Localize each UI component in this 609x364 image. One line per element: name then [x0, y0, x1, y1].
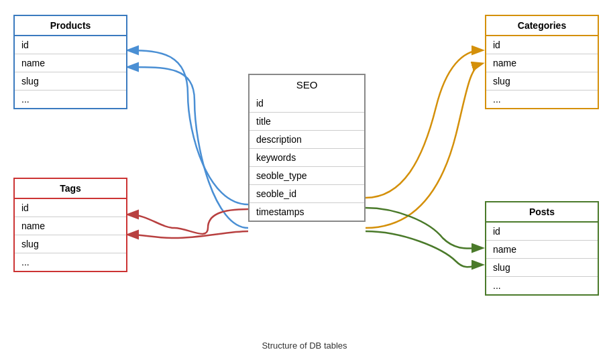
table-row: title	[250, 113, 364, 131]
table-row: slug	[15, 235, 126, 253]
table-categories: Categories id name slug ...	[485, 15, 599, 109]
table-products: Products id name slug ...	[13, 15, 127, 109]
table-row: ...	[15, 253, 126, 271]
table-row: id	[250, 95, 364, 113]
diagram-container: Products id name slug ... Tags id name s…	[0, 0, 609, 364]
table-row: id	[486, 36, 598, 54]
table-row: slug	[15, 72, 126, 90]
table-tags: Tags id name slug ...	[13, 178, 127, 272]
table-row: description	[250, 131, 364, 149]
table-row: id	[15, 36, 126, 54]
tags-header: Tags	[15, 179, 126, 199]
table-row: ...	[486, 277, 598, 294]
categories-header: Categories	[486, 16, 598, 36]
table-row: name	[15, 54, 126, 72]
table-row: id	[486, 223, 598, 241]
table-row: name	[486, 241, 598, 259]
table-seo: SEO id title description keywords seoble…	[248, 74, 366, 222]
table-row: ...	[486, 90, 598, 108]
table-row: name	[486, 54, 598, 72]
table-row: name	[15, 217, 126, 235]
diagram-caption: Structure of DB tables	[0, 341, 609, 351]
table-row: slug	[486, 72, 598, 90]
table-row: seoble_type	[250, 167, 364, 185]
table-posts: Posts id name slug ...	[485, 201, 599, 296]
table-row: seoble_id	[250, 185, 364, 203]
table-row: slug	[486, 259, 598, 277]
products-header: Products	[15, 16, 126, 36]
table-row: keywords	[250, 149, 364, 167]
seo-header: SEO	[250, 75, 364, 95]
posts-header: Posts	[486, 202, 598, 223]
table-row: ...	[15, 90, 126, 108]
table-row: timestamps	[250, 203, 364, 221]
table-row: id	[15, 199, 126, 217]
